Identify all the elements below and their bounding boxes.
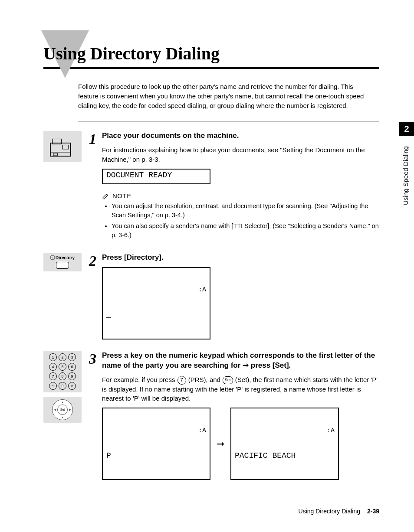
note-item-2: You can also specify a sender's name wit… (112, 222, 379, 240)
lcd-display-document-ready: DOCUMENT READY (102, 169, 210, 184)
step-3-heading-post: press [Set]. (249, 361, 291, 369)
step-3-number: 3 (89, 351, 102, 366)
dpad-set-center: Set (57, 405, 68, 415)
step-2-body: Press [Directory]. :A _ (102, 253, 379, 339)
keypad-key-0: 0 (59, 382, 66, 390)
chapter-number: 2 (399, 122, 414, 136)
step-3-heading: Press a key on the numeric keypad which … (102, 351, 379, 371)
keypad-key-8: 8 (59, 372, 66, 380)
svg-rect-2 (62, 145, 69, 149)
lcd-p-bottom: P (106, 452, 206, 460)
lcd-row: :A P ➞ :A PACIFIC BEACH (102, 408, 379, 480)
keypad-grid: 1 2 3 4 5 6 7 8 9 * 0 # (49, 353, 76, 390)
set-dpad-icon: ▲ ▼ ◀ ▶ Set (43, 397, 82, 423)
step-3-para-pre: For example, if you press (102, 376, 177, 383)
title-rule (43, 67, 379, 69)
keypad-key-6: 6 (68, 363, 76, 371)
keypad-key-2: 2 (59, 353, 66, 361)
directory-button-icon: Directory (43, 253, 82, 271)
step-2-icon-column: Directory (43, 253, 89, 271)
dpad-up-icon: ▲ (61, 401, 64, 404)
dpad-down-icon: ▼ (61, 416, 64, 419)
keypad-key-5: 5 (59, 363, 66, 371)
intro-paragraph: Follow this procedure to look up the oth… (78, 82, 375, 110)
keypad-key-1: 1 (49, 353, 57, 361)
keypad-key-hash: # (68, 382, 76, 390)
step-2-heading: Press [Directory]. (102, 253, 379, 263)
note-heading: NOTE (102, 192, 379, 200)
step-3-heading-arrow: ➞ (243, 361, 249, 369)
keypad-key-star: * (49, 382, 57, 390)
lcd-result-bottom: PACIFIC BEACH (235, 452, 335, 460)
inline-key-7-icon: 7 (177, 376, 186, 385)
chapter-side-tab: 2 Using Speed Dialing (399, 122, 414, 209)
section-title: Using Directory Dialing (43, 43, 379, 64)
step-3-paragraph: For example, if you press 7 (PRS), and S… (102, 375, 379, 404)
footer-title: Using Directory Dialing (299, 508, 360, 515)
note-item-1: You can adjust the resolution, contrast,… (112, 202, 379, 220)
phone-book-icon (50, 255, 55, 260)
keypad-key-7: 7 (49, 372, 57, 380)
step-3: 1 2 3 4 5 6 7 8 9 * 0 # ▲ ▼ (43, 351, 379, 480)
lcd-top-line: :A (106, 287, 206, 294)
step-3-icon-column: 1 2 3 4 5 6 7 8 9 * 0 # ▲ ▼ (43, 351, 89, 423)
step-2-number: 2 (89, 253, 102, 268)
lcd-display-p: :A P (102, 408, 210, 480)
numeric-keypad-icon: 1 2 3 4 5 6 7 8 9 * 0 # (43, 351, 82, 392)
keypad-key-4: 4 (49, 363, 57, 371)
dpad-outer: ▲ ▼ ◀ ▶ Set (52, 399, 73, 420)
pencil-icon (102, 192, 110, 200)
step-3-heading-pre: Press a key on the numeric keypad which … (102, 351, 375, 369)
dpad-left-icon: ◀ (54, 408, 56, 411)
lcd-bottom-line: _ (106, 311, 206, 320)
section-title-block: Using Directory Dialing (43, 43, 379, 64)
step-1-number: 1 (89, 131, 102, 147)
manual-page: Using Directory Dialing Follow this proc… (0, 0, 414, 532)
keypad-key-3: 3 (68, 353, 76, 361)
directory-label-text: Directory (56, 255, 75, 260)
note-label: NOTE (112, 192, 131, 199)
svg-rect-4 (53, 153, 57, 156)
dpad-right-icon: ▶ (69, 408, 71, 411)
keypad-key-9: 9 (68, 372, 76, 380)
svg-rect-5 (51, 256, 54, 259)
fax-machine-icon (43, 131, 82, 162)
lcd-display-blank: :A _ (102, 267, 210, 339)
lcd-arrow-icon: ➞ (217, 438, 224, 450)
step-1-body: Place your documents on the machine. For… (102, 131, 379, 242)
step-3-para-mid1: (PRS), and (187, 376, 223, 383)
directory-button-shape (56, 262, 69, 269)
step-3-body: Press a key on the numeric keypad which … (102, 351, 379, 480)
lcd-p-top: :A (106, 428, 206, 435)
step-2: Directory 2 Press [Directory]. :A _ (43, 253, 379, 339)
note-block: NOTE You can adjust the resolution, cont… (102, 192, 379, 240)
page-footer: Using Directory Dialing 2-39 (43, 504, 379, 515)
step-1: 1 Place your documents on the machine. F… (43, 131, 379, 242)
step-1-heading: Place your documents on the machine. (102, 131, 379, 141)
inline-set-key-icon: Set (223, 376, 233, 384)
sub-rule (78, 121, 379, 122)
directory-icon-label: Directory (50, 255, 75, 260)
lcd-result-top: :A (235, 428, 335, 435)
step-1-icon-column (43, 131, 89, 162)
lcd-display-result: :A PACIFIC BEACH (230, 408, 339, 480)
step-1-paragraph: For instructions explaining how to place… (102, 145, 379, 164)
footer-page-number: 2-39 (367, 508, 379, 515)
note-list: You can adjust the resolution, contrast,… (102, 202, 379, 240)
chapter-label: Using Speed Dialing (399, 136, 412, 209)
